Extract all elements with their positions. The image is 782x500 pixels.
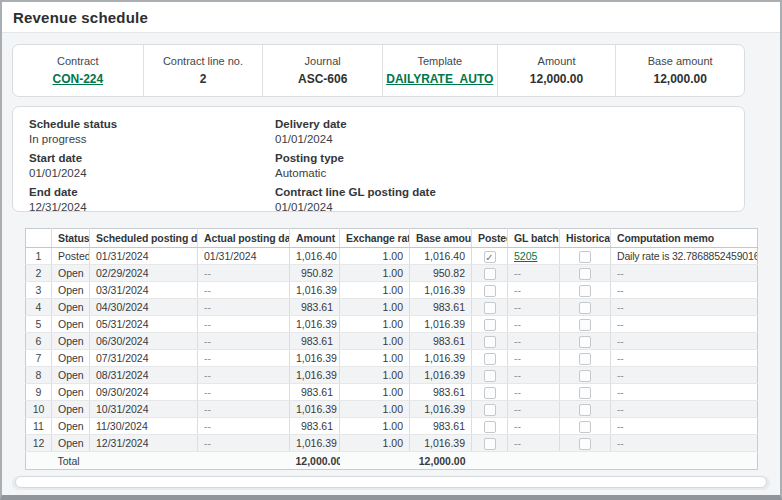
column-header-gl-batch: GL batch — [508, 229, 560, 248]
cell-actual-posting-date: -- — [198, 350, 290, 367]
cell-status: Posted — [52, 248, 90, 265]
posted-checkbox[interactable] — [484, 268, 496, 280]
cell-base-amount: 1,016.39 — [410, 350, 472, 367]
column-header-scheduled-posting-date: Scheduled posting date — [90, 229, 198, 248]
table-row: 12Open12/31/2024--1,016.391.001,016.39--… — [26, 435, 758, 452]
horizontal-scrollbar-track[interactable] — [12, 476, 770, 490]
cell-exchange-rate: 1.00 — [340, 418, 410, 435]
total-spacer — [340, 452, 410, 470]
cell-scheduled-posting-date: 10/31/2024 — [90, 401, 198, 418]
cell-row-number: 2 — [26, 265, 52, 282]
historical-checkbox[interactable] — [579, 268, 591, 280]
historical-checkbox[interactable] — [579, 387, 591, 399]
cell-row-number: 11 — [26, 418, 52, 435]
historical-checkbox[interactable] — [579, 302, 591, 314]
detail-delivery-date: Delivery date01/01/2024 — [275, 118, 436, 145]
column-header-posted: Posted — [472, 229, 508, 248]
cell-historical — [560, 367, 611, 384]
gl-batch-link[interactable]: 5205 — [514, 250, 537, 262]
posted-checkbox[interactable] — [484, 302, 496, 314]
detail-label: Contract line GL posting date — [275, 186, 436, 198]
historical-checkbox[interactable] — [579, 404, 591, 416]
summary-field-label: Base amount — [648, 55, 713, 67]
table-header-row: StatusScheduled posting dateActual posti… — [26, 229, 758, 248]
cell-amount: 1,016.39 — [290, 435, 340, 452]
historical-checkbox[interactable] — [579, 421, 591, 433]
cell-actual-posting-date: -- — [198, 401, 290, 418]
posted-checkbox[interactable] — [484, 370, 496, 382]
historical-checkbox[interactable] — [579, 285, 591, 297]
cell-scheduled-posting-date: 11/30/2024 — [90, 418, 198, 435]
posted-checkbox[interactable] — [484, 251, 496, 263]
link-contract[interactable]: CON-224 — [52, 72, 103, 86]
cell-scheduled-posting-date: 02/29/2024 — [90, 265, 198, 282]
posted-checkbox[interactable] — [484, 421, 496, 433]
cell-gl-batch: -- — [508, 265, 560, 282]
historical-checkbox[interactable] — [579, 319, 591, 331]
cell-gl-batch: -- — [508, 435, 560, 452]
cell-computation-memo: -- — [611, 367, 758, 384]
cell-gl-batch: -- — [508, 401, 560, 418]
cell-amount: 1,016.39 — [290, 350, 340, 367]
cell-historical — [560, 384, 611, 401]
detail-end-date: End date12/31/2024 — [29, 186, 275, 213]
cell-computation-memo: -- — [611, 384, 758, 401]
posted-checkbox[interactable] — [484, 438, 496, 450]
posted-checkbox[interactable] — [484, 353, 496, 365]
cell-historical — [560, 333, 611, 350]
cell-scheduled-posting-date: 09/30/2024 — [90, 384, 198, 401]
detail-posting-type: Posting typeAutomatic — [275, 152, 436, 179]
table-row: 10Open10/31/2024--1,016.391.001,016.39--… — [26, 401, 758, 418]
total-label: Total — [52, 452, 290, 470]
cell-amount: 1,016.40 — [290, 248, 340, 265]
link-template[interactable]: DAILYRATE_AUTO — [386, 72, 493, 86]
cell-historical — [560, 299, 611, 316]
summary-field-value: 12,000.00 — [530, 72, 583, 86]
posted-checkbox[interactable] — [484, 336, 496, 348]
cell-actual-posting-date: -- — [198, 316, 290, 333]
cell-status: Open — [52, 333, 90, 350]
cell-exchange-rate: 1.00 — [340, 282, 410, 299]
cell-exchange-rate: 1.00 — [340, 333, 410, 350]
summary-field-template: TemplateDAILYRATE_AUTO — [383, 45, 498, 96]
historical-checkbox[interactable] — [579, 438, 591, 450]
posted-checkbox[interactable] — [484, 387, 496, 399]
cell-status: Open — [52, 282, 90, 299]
historical-checkbox[interactable] — [579, 251, 591, 263]
cell-scheduled-posting-date: 05/31/2024 — [90, 316, 198, 333]
posted-checkbox[interactable] — [484, 319, 496, 331]
summary-field-label: Contract line no. — [163, 55, 243, 67]
posted-checkbox[interactable] — [484, 404, 496, 416]
summary-field-amount: Amount12,000.00 — [498, 45, 617, 96]
summary-field-label: Contract — [57, 55, 99, 67]
posted-checkbox[interactable] — [484, 285, 496, 297]
page-title: Revenue schedule — [13, 9, 148, 26]
cell-computation-memo: Daily rate is 32.78688524590163. — [611, 248, 758, 265]
cell-row-number: 8 — [26, 367, 52, 384]
cell-historical — [560, 248, 611, 265]
cell-actual-posting-date: -- — [198, 367, 290, 384]
horizontal-scrollbar-thumb[interactable] — [15, 476, 767, 488]
historical-checkbox[interactable] — [579, 370, 591, 382]
cell-scheduled-posting-date: 06/30/2024 — [90, 333, 198, 350]
cell-computation-memo: -- — [611, 333, 758, 350]
cell-base-amount: 1,016.39 — [410, 316, 472, 333]
cell-status: Open — [52, 401, 90, 418]
details-column-left: Schedule statusIn progressStart date01/0… — [29, 118, 275, 211]
cell-posted — [472, 282, 508, 299]
cell-row-number: 6 — [26, 333, 52, 350]
cell-amount: 1,016.39 — [290, 282, 340, 299]
cell-gl-batch: -- — [508, 333, 560, 350]
cell-computation-memo: -- — [611, 299, 758, 316]
table-row: 7Open07/31/2024--1,016.391.001,016.39---… — [26, 350, 758, 367]
gl-batch-empty: -- — [514, 403, 521, 415]
schedule-table-wrap: StatusScheduled posting dateActual posti… — [25, 228, 757, 470]
cell-exchange-rate: 1.00 — [340, 316, 410, 333]
historical-checkbox[interactable] — [579, 353, 591, 365]
cell-status: Open — [52, 350, 90, 367]
cell-row-number: 7 — [26, 350, 52, 367]
cell-exchange-rate: 1.00 — [340, 384, 410, 401]
historical-checkbox[interactable] — [579, 336, 591, 348]
cell-status: Open — [52, 299, 90, 316]
cell-base-amount: 983.61 — [410, 384, 472, 401]
